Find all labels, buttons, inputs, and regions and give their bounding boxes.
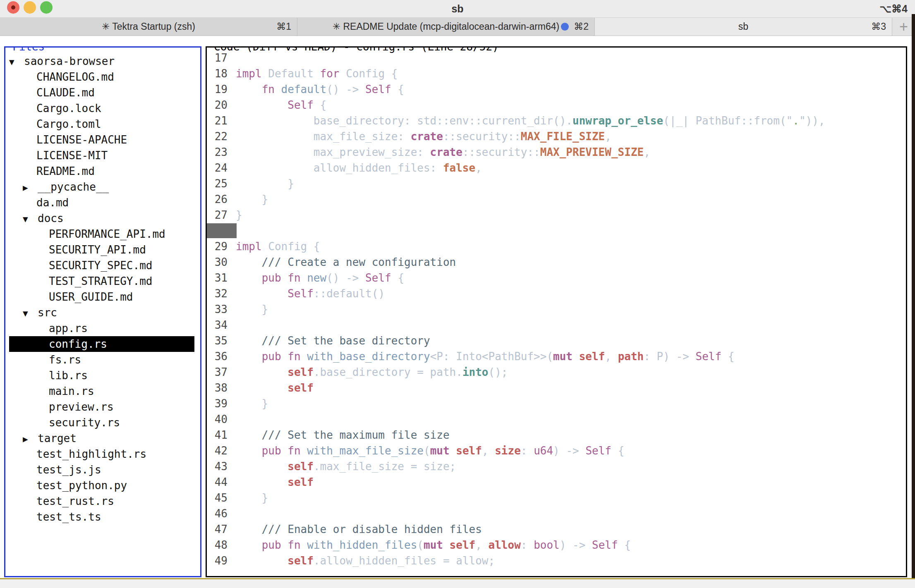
code-line-20: 20 Self { (207, 97, 906, 113)
code-text: self.allow_hidden_files = allow; (236, 553, 495, 569)
tree-file-PERFORMANCE_API.md[interactable]: PERFORMANCE_API.md (5, 226, 200, 242)
code-line-18: 18impl Default for Config { (207, 66, 906, 81)
code-text: max_preview_size: crate::security::MAX_P… (236, 144, 650, 160)
tree-dir-saorsa-browser[interactable]: ▼saorsa-browser (5, 53, 200, 69)
code-line-34: 34 (207, 317, 906, 333)
tree-file-CLAUDE.md[interactable]: CLAUDE.md (5, 85, 200, 100)
tab-2[interactable]: ✳ README Update (mcp-digitalocean-darwin… (297, 18, 595, 36)
tree-item-label: CLAUDE.md (36, 86, 95, 99)
tree-item-label: docs (38, 212, 64, 225)
code-text: Self { (236, 97, 326, 113)
tab-bar: ✳ Tektra Startup (zsh)⌘1✳ README Update … (0, 18, 915, 36)
tree-dir-target[interactable]: ▶target (5, 430, 200, 446)
activity-dot-icon (561, 23, 569, 31)
tab-meta: ⌘2 (561, 18, 589, 36)
tab-1[interactable]: ✳ Tektra Startup (zsh)⌘1 (0, 18, 297, 36)
line-number: 40 (207, 411, 228, 427)
tree-file-CHANGELOG.md[interactable]: CHANGELOG.md (5, 69, 200, 85)
tree-file-README.md[interactable]: README.md (5, 163, 200, 179)
chevron-down-icon: ▼ (9, 54, 24, 70)
code-text: max_file_size: crate::security::MAX_FILE… (236, 129, 611, 144)
tree-file-TEST_STRATEGY.md[interactable]: TEST_STRATEGY.md (5, 273, 200, 289)
tree-file-LICENSE-APACHE[interactable]: LICENSE-APACHE (5, 132, 200, 148)
code-text: self.base_directory = path.into(); (236, 364, 508, 380)
terminal-window: sb ⌥⌘4 ✳ Tektra Startup (zsh)⌘1✳ README … (0, 0, 915, 588)
tab-label: ✳ README Update (mcp-digitalocean-darwin… (333, 21, 559, 32)
tree-item-label: README.md (36, 165, 95, 177)
code-text: impl Config { (236, 239, 320, 254)
line-number: 21 (207, 113, 228, 129)
code-text: pub fn with_max_file_size(mut self, size… (236, 443, 624, 459)
code-text: } (236, 191, 268, 207)
tree-file-LICENSE-MIT[interactable]: LICENSE-MIT (5, 148, 200, 163)
tree-item-label: fs.rs (49, 354, 81, 366)
tree-item-label: SECURITY_SPEC.md (49, 259, 152, 272)
plus-icon: + (899, 19, 908, 34)
tree-file-SECURITY_API.md[interactable]: SECURITY_API.md (5, 242, 200, 258)
tree-item-label: USER_GUIDE.md (49, 291, 133, 303)
line-number: 30 (207, 254, 228, 270)
tab-shortcut: ⌘3 (871, 21, 886, 32)
tree-file-preview.rs[interactable]: preview.rs (5, 399, 200, 415)
line-number: 35 (207, 333, 228, 349)
code-text: pub fn with_hidden_files(mut self, allow… (236, 537, 631, 553)
tree-item-label: test_highlight.rs (36, 448, 146, 460)
tree-item-label: PERFORMANCE_API.md (49, 228, 165, 240)
tree-file-test_python.py[interactable]: test_python.py (5, 478, 200, 493)
tree-item-label: TEST_STRATEGY.md (49, 275, 152, 287)
tree-item-label: test_rust.rs (36, 495, 114, 507)
tab-shortcut: ⌘2 (574, 21, 589, 32)
line-number: 18 (207, 66, 228, 81)
code-text: } (236, 396, 268, 411)
code-text: } (236, 176, 294, 191)
tree-item-label: test_python.py (36, 479, 127, 492)
code-text: self (236, 474, 314, 490)
line-number: 33 (207, 301, 228, 317)
tree-file-main.rs[interactable]: main.rs (5, 383, 200, 399)
tree-item-label: Cargo.toml (36, 118, 101, 130)
tree-item-label: target (38, 432, 77, 445)
file-tree: ▼saorsa-browserCHANGELOG.mdCLAUDE.mdCarg… (5, 48, 200, 525)
tree-file-USER_GUIDE.md[interactable]: USER_GUIDE.md (5, 289, 200, 305)
tree-file-test_ts.ts[interactable]: test_ts.ts (5, 509, 200, 525)
tree-dir-src[interactable]: ▼src (5, 305, 200, 320)
line-number: 34 (207, 317, 228, 333)
window-shortcut: ⌥⌘4 (879, 0, 908, 17)
code-line-21: 21 base_directory: std::env::current_dir… (207, 113, 906, 129)
tree-file-lib.rs[interactable]: lib.rs (5, 368, 200, 383)
code-line-44: 44 self (207, 474, 906, 490)
tree-item-label: app.rs (49, 322, 88, 335)
bottom-strip (0, 579, 915, 588)
tab-3[interactable]: sb⌘3 (595, 18, 892, 36)
tree-file-security.rs[interactable]: security.rs (5, 415, 200, 430)
code-line-36: 36 pub fn with_base_directory<P: Into<Pa… (207, 349, 906, 364)
tree-file-test_js.js[interactable]: test_js.js (5, 462, 200, 478)
line-number: 19 (207, 81, 228, 97)
tree-item-label: LICENSE-APACHE (36, 134, 127, 146)
tree-file-config.rs[interactable]: config.rs (9, 336, 194, 352)
tree-file-Cargo.lock[interactable]: Cargo.lock (5, 100, 200, 116)
tree-file-Cargo.toml[interactable]: Cargo.toml (5, 116, 200, 132)
line-number: 38 (207, 380, 228, 396)
files-panel: Files ▼saorsa-browserCHANGELOG.mdCLAUDE.… (4, 46, 201, 577)
line-number: 46 (207, 506, 228, 521)
code-line-23: 23 max_preview_size: crate::security::MA… (207, 144, 906, 160)
tree-item-label: SECURITY_API.md (49, 244, 146, 256)
code-line-22: 22 max_file_size: crate::security::MAX_F… (207, 129, 906, 144)
tree-file-SECURITY_SPEC.md[interactable]: SECURITY_SPEC.md (5, 258, 200, 273)
tree-file-fs.rs[interactable]: fs.rs (5, 352, 200, 368)
code-text: pub fn with_base_directory<P: Into<PathB… (236, 349, 734, 364)
tree-file-test_highlight.rs[interactable]: test_highlight.rs (5, 446, 200, 462)
tree-dir-docs[interactable]: ▼docs (5, 210, 200, 226)
line-number: 23 (207, 144, 228, 160)
tree-file-da.md[interactable]: da.md (5, 195, 200, 210)
tree-item-label: LICENSE-MIT (36, 149, 108, 162)
code-line-30: 30 /// Create a new configuration (207, 254, 906, 270)
code-lines: 1718impl Default for Config {19 fn defau… (207, 48, 906, 569)
tree-file-test_rust.rs[interactable]: test_rust.rs (5, 493, 200, 509)
line-number: 42 (207, 443, 228, 459)
tree-file-app.rs[interactable]: app.rs (5, 320, 200, 336)
code-line-32: 32 Self::default() (207, 286, 906, 301)
tree-dir-__pycache__[interactable]: ▶__pycache__ (5, 179, 200, 195)
code-line-40: 40 (207, 411, 906, 427)
